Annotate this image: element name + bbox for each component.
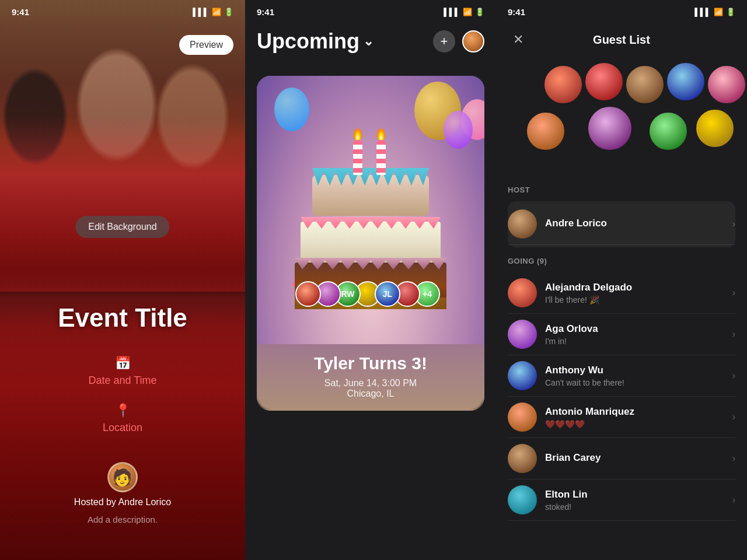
going-section-label: GOING (9) [508,257,735,265]
phone1: 9:41 ▌▌▌ 📶 🔋 Preview Edit Background Eve… [0,0,245,560]
guest-item-5[interactable]: Elton Lin stoked! › [508,480,735,521]
guest-avatar-5 [508,485,537,514]
event-title-field[interactable]: Event Title [58,303,187,332]
event-card-title: Tyler Turns 3! [268,354,473,373]
guest-list-header: ✕ Guest List [496,29,747,50]
location-pin-icon: 📍 [115,403,131,418]
guest-avatar-1 [508,320,537,349]
guest-name-1: Aga Orlova [545,323,724,335]
guest-status-0: I'll be there! 🎉 [545,295,724,304]
events-header: Upcoming ⌄ + [257,29,484,54]
guest-bubble-1 [295,281,321,307]
cluster-avatar-4 [665,61,706,102]
host-section-bg: Andre Lorico › [508,201,735,247]
host-section: 🧑 Hosted by Andre Lorico Add a descripti… [74,462,171,524]
wifi-icon-3: 📶 [714,8,723,16]
guest-info-5: Elton Lin stoked! [545,489,724,512]
status-icons-3: ▌▌▌ 📶 🔋 [694,8,735,16]
guest-info-3: Antonio Manriquez ❤️❤️❤️❤️ [545,406,724,429]
guest-avatar-2 [508,361,537,390]
event-card[interactable]: 👑 Hosting [257,76,484,411]
guest-info-1: Aga Orlova I'm in! [545,323,724,346]
time-2: 9:41 [257,7,274,17]
cake-drip-mauve [295,258,446,270]
host-name: Andre Lorico [545,218,724,229]
cake-drip-pink [301,217,441,229]
host-avatar: 🧑 [107,462,138,492]
upcoming-chevron[interactable]: ⌄ [363,34,374,49]
cluster-avatar-8 [648,111,689,152]
guest-avatar-3 [508,402,537,432]
cluster-avatar-2 [584,61,624,102]
cake-middle-layer [301,222,441,262]
guest-item-0[interactable]: Alejandra Delgado I'll be there! 🎉 › [508,272,735,314]
guest-chevron-0: › [732,288,735,298]
signal-icon: ▌▌▌ [193,8,209,16]
status-bar-1: 9:41 ▌▌▌ 📶 🔋 [12,7,233,17]
add-description-field[interactable]: Add a description. [88,514,158,524]
cluster-avatar-5 [706,64,747,105]
event-card-date: Sat, June 14, 3:00 PM Chicago, IL [268,378,473,399]
guest-chevron-5: › [732,495,735,505]
event-card-info: Tyler Turns 3! Sat, June 14, 3:00 PM Chi… [257,344,484,411]
cluster-avatar-3 [624,64,665,105]
phone2: 9:41 ▌▌▌ 📶 🔋 Upcoming ⌄ + 👑 Hosting [245,0,496,560]
signal-icon-3: ▌▌▌ [694,8,711,16]
guest-info-4: Brian Carey [545,452,724,466]
host-info: Andre Lorico [545,218,724,231]
time-1: 9:41 [12,7,29,17]
status-icons-1: ▌▌▌ 📶 🔋 [193,8,233,16]
guest-item-4[interactable]: Brian Carey › [508,438,735,480]
cluster-avatar-9 [694,108,735,149]
avatar-cluster [496,58,747,175]
location-field[interactable]: 📍 Location [103,403,142,434]
user-profile-button[interactable] [462,30,484,52]
cluster-avatar-1 [543,64,584,105]
host-item[interactable]: Andre Lorico › [508,204,735,245]
guest-status-2: Can't wait to be there! [545,378,724,387]
balloon-purple [444,111,473,149]
guest-item-2[interactable]: Anthony Wu Can't wait to be there! › [508,355,735,397]
calendar-icon: 📅 [115,356,131,371]
status-icons-2: ▌▌▌ 📶 🔋 [444,8,484,16]
battery-icon: 🔋 [224,8,233,16]
guest-name-0: Alejandra Delgado [545,282,724,293]
event-editor-content: Event Title 📅 Date and Time 📍 Location 🧑… [0,268,245,560]
status-bar-3: 9:41 ▌▌▌ 📶 🔋 [508,7,735,17]
time-3: 9:41 [508,7,525,17]
host-section-label: HOST [508,186,735,194]
guest-info-0: Alejandra Delgado I'll be there! 🎉 [545,282,724,304]
guest-bubble-5: JL [375,281,400,307]
edit-background-button[interactable]: Edit Background [75,216,169,238]
guest-chevron-2: › [732,370,735,381]
guest-avatar-0 [508,278,537,307]
guest-chevron-3: › [732,412,735,422]
close-button[interactable]: ✕ [508,29,529,50]
guest-name-2: Anthony Wu [545,365,724,376]
cluster-avatar-7 [587,105,633,152]
guest-name-4: Brian Carey [545,452,724,464]
guest-chevron-1: › [732,329,735,340]
guest-item-3[interactable]: Antonio Manriquez ❤️❤️❤️❤️ › [508,397,735,438]
signal-icon-2: ▌▌▌ [444,8,460,16]
guest-item-1[interactable]: Aga Orlova I'm in! › [508,314,735,355]
event-guests-row: RW JL +4 [301,281,440,307]
cluster-avatar-6 [525,111,566,152]
guest-list-title: Guest List [593,33,650,47]
battery-icon-2: 🔋 [475,8,484,16]
balloon-blue [274,88,309,131]
date-time-field[interactable]: 📅 Date and Time [88,356,156,387]
wifi-icon-2: 📶 [463,8,472,16]
add-event-button[interactable]: + [433,30,455,52]
preview-badge[interactable]: Preview [179,35,233,55]
guest-name-5: Elton Lin [545,489,724,501]
guest-info-2: Anthony Wu Can't wait to be there! [545,365,724,387]
hosted-by-text: Hosted by Andre Lorico [74,497,171,508]
status-bar-2: 9:41 ▌▌▌ 📶 🔋 [257,7,484,17]
event-image: RW JL +4 [257,76,484,344]
upcoming-title: Upcoming ⌄ [257,29,374,54]
guest-avatar-4 [508,444,537,473]
host-chevron: › [732,219,735,229]
battery-icon-3: 🔋 [726,8,735,16]
guest-chevron-4: › [732,453,735,464]
